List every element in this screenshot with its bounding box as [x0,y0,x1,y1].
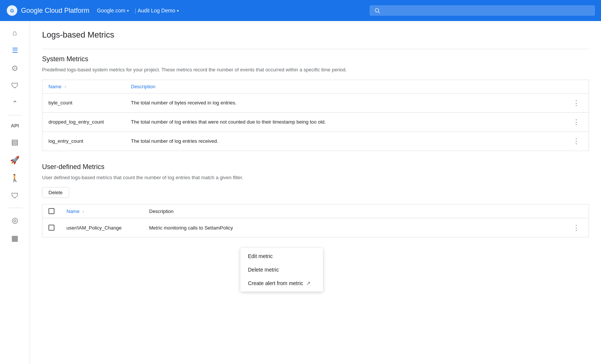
system-metrics-body: byte_count The total number of bytes rec… [42,93,589,151]
table-row: dropped_log_entry_count The total number… [42,112,589,131]
context-menu: Edit metricDelete metricCreate alert fro… [240,248,323,292]
sidebar-item-search[interactable]: ⊙ [0,59,30,77]
google-cloud-icon: G [6,5,18,17]
table-row: user/IAM_Policy_Change Metric monitoring… [42,218,589,237]
sidebar-item-person[interactable]: 🚶 [0,169,30,187]
sidebar-item-home[interactable]: ⌂ [0,24,30,42]
search-bar[interactable] [370,5,595,16]
target-icon: ◎ [12,216,18,225]
system-name-header[interactable]: Name ↑ [42,80,125,93]
sidebar-item-deploy[interactable]: 🚀 [0,151,30,169]
row-checkbox-cell [42,218,61,237]
user-checkbox-header [42,204,61,218]
external-link-icon: ↗ [306,280,311,286]
project-dropdown-icon: ▾ [127,9,129,13]
user-name-header[interactable]: Name ↑ [60,204,143,218]
sidebar-item-logs[interactable]: ☰ [0,42,30,59]
metric-actions: ⋮ [564,131,589,151]
security-icon: 🛡 [11,192,19,200]
project-selector[interactable]: Google.com ▾ [97,8,130,14]
user-metrics-desc: User defined logs-based metrics that cou… [42,174,589,181]
sidebar-item-shield[interactable]: 🛡 [0,77,30,95]
page-title: Logs-based Metrics [42,30,589,40]
metric-actions: ⋮ [564,93,589,112]
context-menu-item[interactable]: Create alert from metric↗ [240,276,323,290]
three-dot-menu-btn[interactable]: ⋮ [570,97,583,109]
user-metric-description: Metric monitoring calls to SetIamPolicy [143,218,564,237]
logs-icon: ☰ [12,46,18,54]
user-sort-arrow-icon: ↑ [82,210,84,214]
user-metrics-section: User-defined Metrics User defined logs-b… [42,163,589,238]
select-all-checkbox[interactable] [48,208,54,214]
app-dropdown-icon: ▾ [177,9,179,13]
row-checkbox[interactable] [48,225,54,231]
search-input[interactable] [383,8,590,14]
shield-icon: 🛡 [11,82,19,90]
sidebar-item-billing[interactable]: ▤ [0,133,30,151]
menu-item-label: Delete metric [248,267,279,273]
metric-name: log_entry_count [42,131,125,151]
chip-icon: ▦ [11,234,18,243]
search-sidebar-icon: ⊙ [12,63,18,72]
context-menu-item[interactable]: Delete metric [240,263,323,276]
system-metrics-section: System Metrics Predefined logs-based sys… [42,55,589,151]
menu-item-label: Create alert from metric [248,280,303,286]
svg-line-3 [378,12,380,13]
sort-arrow-icon: ↑ [64,85,66,89]
metric-name: dropped_log_entry_count [42,112,125,131]
person-icon: 🚶 [10,174,20,183]
user-metrics-table: Name ↑ Description user/IAM_Policy_Chang… [42,204,589,237]
app-layout: ⌂ ☰ ⊙ 🛡 ⌃ API ▤ 🚀 🚶 🛡 ◎ [0,21,601,364]
user-metrics-title: User-defined Metrics [42,163,589,171]
sidebar-item-chip[interactable]: ▦ [0,229,30,247]
sidebar: ⌂ ☰ ⊙ 🛡 ⌃ API ▤ 🚀 🚶 🛡 ◎ [0,21,30,364]
metric-name: byte_count [42,93,125,112]
home-icon: ⌂ [12,29,17,37]
user-desc-header: Description [143,204,564,218]
metric-description: The total number of log entries that wer… [125,112,564,131]
app-selector[interactable]: Audit Log Demo ▾ [137,8,180,14]
user-metric-actions: ⋮ [564,218,589,237]
context-menu-item[interactable]: Edit metric [240,249,323,263]
sidebar-item-target[interactable]: ◎ [0,211,30,229]
sidebar-item-security2[interactable]: 🛡 [0,187,30,205]
system-metrics-title: System Metrics [42,55,589,63]
system-metrics-desc: Predefined logs-based system metrics for… [42,66,589,74]
three-dot-menu-btn[interactable]: ⋮ [570,116,583,128]
svg-point-2 [375,9,379,12]
api-icon: API [11,123,19,128]
sidebar-item-api[interactable]: API [0,118,30,133]
search-icon [374,8,380,14]
user-metric-name: user/IAM_Policy_Change [60,218,143,237]
three-dot-menu-btn[interactable]: ⋮ [570,136,583,147]
collapse-icon: ⌃ [12,99,18,107]
delete-button[interactable]: Delete [42,187,69,198]
main-content: Logs-based Metrics System Metrics Predef… [30,21,601,364]
metric-description: The total number of bytes received in lo… [125,93,564,112]
title-divider [42,49,589,49]
logo-text: Google Cloud Platform [21,7,89,15]
sidebar-divider-1 [8,115,23,115]
menu-item-label: Edit metric [248,253,273,259]
table-row: log_entry_count The total number of log … [42,131,589,151]
metric-actions: ⋮ [564,112,589,131]
metric-description: The total number of log entries received… [125,131,564,151]
svg-text:G: G [10,8,14,14]
sidebar-collapse-btn[interactable]: ⌃ [0,95,30,112]
system-metrics-table: Name ↑ Description byte_count The total … [42,80,589,151]
billing-icon: ▤ [11,137,18,147]
deploy-icon: 🚀 [10,156,20,165]
user-metrics-body: user/IAM_Policy_Change Metric monitoring… [42,218,589,237]
user-three-dot-menu-btn[interactable]: ⋮ [570,222,583,233]
top-nav: G Google Cloud Platform Google.com ▾ | A… [0,0,601,21]
table-row: byte_count The total number of bytes rec… [42,93,589,112]
user-metrics-header-row: Name ↑ Description [42,204,589,218]
system-metrics-header-row: Name ↑ Description [42,80,589,93]
app-logo: G Google Cloud Platform [6,5,89,17]
system-desc-header: Description [125,80,564,93]
sidebar-divider-2 [8,208,23,208]
